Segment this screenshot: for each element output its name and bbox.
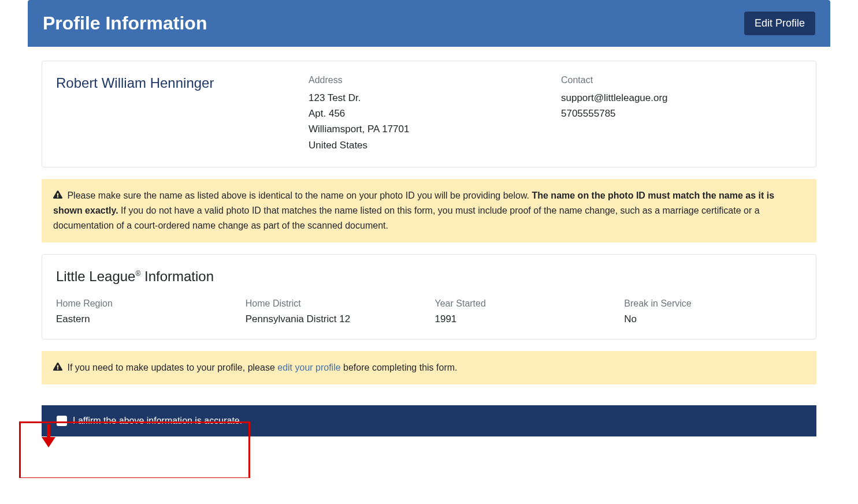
ll-title-prefix: Little League — [56, 268, 135, 284]
contact-phone: 5705555785 — [561, 106, 802, 121]
profile-card: Robert William Henninger Address 123 Tes… — [42, 61, 816, 167]
affirm-checkbox[interactable] — [57, 416, 67, 426]
year-started-label: Year Started — [435, 298, 613, 309]
contact-value: support@littleleague.org 5705555785 — [561, 90, 802, 121]
warning-icon — [53, 189, 62, 204]
address-value: 123 Test Dr. Apt. 456 Williamsport, PA 1… — [309, 90, 549, 153]
page-title: Profile Information — [43, 13, 207, 34]
little-league-section-title: Little League® Information — [56, 268, 802, 285]
break-in-service-value: No — [624, 313, 802, 325]
warning-icon — [53, 361, 62, 376]
break-in-service-label: Break in Service — [624, 298, 802, 309]
alert2-text-after: before completing this form. — [341, 363, 458, 372]
address-line1: 123 Test Dr. — [309, 90, 549, 106]
address-label: Address — [309, 75, 549, 85]
little-league-card: Little League® Information Home Region E… — [42, 254, 816, 339]
address-country: United States — [309, 137, 549, 153]
alert-text-before: Please make sure the name as listed abov… — [65, 191, 532, 200]
ll-title-suffix: Information — [140, 268, 214, 284]
edit-profile-button[interactable]: Edit Profile — [744, 12, 815, 35]
affirm-bar: I affirm the above information is accura… — [42, 405, 816, 436]
home-region-label: Home Region — [56, 298, 234, 309]
alert-text-after: If you do not have a valid photo ID that… — [53, 206, 760, 230]
year-started-value: 1991 — [435, 313, 613, 325]
alert2-text-before: If you need to make updates to your prof… — [65, 363, 277, 372]
contact-label: Contact — [561, 75, 802, 85]
home-region-value: Eastern — [56, 313, 234, 325]
address-line2: Apt. 456 — [309, 106, 549, 121]
update-profile-alert: If you need to make updates to your prof… — [42, 351, 816, 385]
name-match-alert: Please make sure the name as listed abov… — [42, 179, 816, 242]
address-city: Williamsport, PA 17701 — [309, 121, 549, 137]
header-bar: Profile Information Edit Profile — [28, 0, 830, 47]
profile-name: Robert William Henninger — [56, 75, 297, 91]
contact-email: support@littleleague.org — [561, 90, 802, 106]
edit-profile-link[interactable]: edit your profile — [277, 363, 340, 372]
registered-mark-icon: ® — [135, 270, 140, 278]
affirm-label: I affirm the above information is accura… — [73, 416, 242, 426]
home-district-label: Home District — [246, 298, 424, 309]
home-district-value: Pennsylvania District 12 — [246, 313, 424, 325]
